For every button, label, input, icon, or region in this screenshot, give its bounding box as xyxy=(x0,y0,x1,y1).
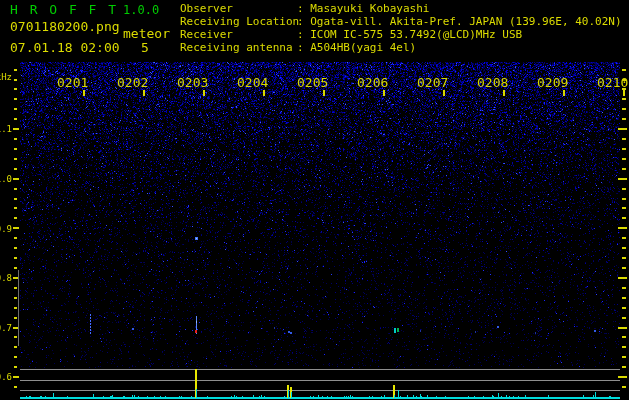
info-row: Observer: Masayuki Kobayashi xyxy=(180,2,622,15)
meteor-count: 5 xyxy=(141,40,149,55)
info-label: Receiver xyxy=(180,28,297,41)
output-filename: 0701180200.png xyxy=(10,19,120,34)
info-row: Receiving Location: Ogata-vill. Akita-Pr… xyxy=(180,15,622,28)
observation-datetime: 07.01.18 02:00 xyxy=(10,40,120,55)
hrofft-output-screen: H R O F F T 1.0.0 0701180200.png meteor … xyxy=(0,0,629,400)
info-label: Receiving Location xyxy=(180,15,297,28)
info-value: : A504HB(yagi 4el) xyxy=(297,41,416,54)
info-label: Observer xyxy=(180,2,297,15)
version-label: 1.0.0 xyxy=(123,3,159,17)
info-value: : Masayuki Kobayashi xyxy=(297,2,429,15)
info-row: Receiving antenna: A504HB(yagi 4el) xyxy=(180,41,622,54)
spectrogram-canvas xyxy=(0,0,629,400)
mode-label: meteor xyxy=(123,26,170,41)
receiver-info-block: Observer: Masayuki KobayashiReceiving Lo… xyxy=(180,2,622,54)
info-value: : ICOM IC-575 53.7492(@LCD)MHz USB xyxy=(297,28,522,41)
info-row: Receiver: ICOM IC-575 53.7492(@LCD)MHz U… xyxy=(180,28,622,41)
info-value: : Ogata-vill. Akita-Pref. JAPAN (139.96E… xyxy=(297,15,622,28)
info-label: Receiving antenna xyxy=(180,41,297,54)
app-title: H R O F F T xyxy=(10,2,118,17)
